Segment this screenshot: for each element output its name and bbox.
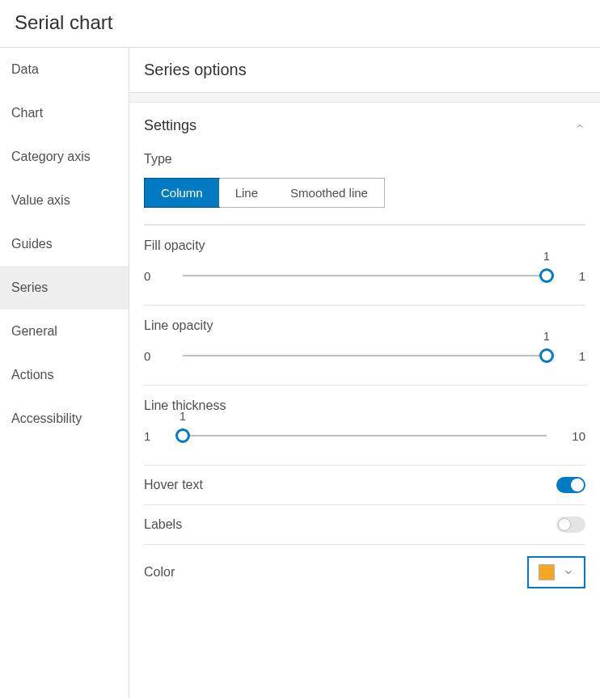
line-opacity-min: 0 bbox=[144, 349, 167, 363]
line-thickness-max: 10 bbox=[563, 429, 585, 443]
fill-opacity-slider[interactable]: 1 bbox=[183, 264, 547, 287]
hover-text-toggle[interactable] bbox=[556, 477, 585, 493]
sidebar-item-series[interactable]: Series bbox=[0, 266, 129, 310]
fill-opacity-group: Fill opacity 0 1 1 bbox=[144, 225, 585, 287]
sidebar-item-accessibility[interactable]: Accessibility bbox=[0, 397, 129, 441]
line-thickness-min: 1 bbox=[144, 429, 167, 443]
labels-row: Labels bbox=[144, 504, 585, 544]
line-opacity-max: 1 bbox=[563, 349, 585, 363]
line-opacity-label: Line opacity bbox=[144, 318, 585, 333]
sidebar-item-label: Chart bbox=[11, 106, 43, 120]
section-divider bbox=[129, 93, 600, 103]
sidebar-item-label: Accessibility bbox=[11, 411, 82, 425]
sidebar-item-label: Guides bbox=[11, 237, 53, 251]
toggle-knob bbox=[571, 479, 584, 491]
labels-toggle[interactable] bbox=[556, 517, 585, 533]
fill-opacity-min: 0 bbox=[144, 269, 167, 283]
settings-sidebar: Data Chart Category axis Value axis Guid… bbox=[0, 47, 129, 698]
fill-opacity-thumb[interactable] bbox=[539, 268, 554, 283]
type-option-line[interactable]: Line bbox=[219, 179, 274, 207]
fill-opacity-value: 1 bbox=[543, 250, 550, 263]
sidebar-item-data[interactable]: Data bbox=[0, 48, 129, 91]
line-opacity-group: Line opacity 0 1 1 bbox=[144, 305, 585, 367]
sidebar-item-general[interactable]: General bbox=[0, 310, 129, 353]
chevron-up-icon bbox=[574, 120, 585, 132]
sidebar-item-actions[interactable]: Actions bbox=[0, 353, 129, 397]
line-thickness-thumb[interactable] bbox=[175, 428, 190, 443]
line-thickness-slider[interactable]: 1 bbox=[183, 424, 547, 447]
sidebar-item-label: Value axis bbox=[11, 193, 70, 207]
sidebar-item-label: Actions bbox=[11, 368, 53, 382]
type-option-column[interactable]: Column bbox=[144, 178, 220, 208]
toggle-knob bbox=[558, 518, 571, 531]
fill-opacity-max: 1 bbox=[563, 269, 585, 283]
content-pane: Series options Settings Type Column Line… bbox=[129, 47, 600, 698]
type-label: Type bbox=[144, 152, 585, 167]
hover-text-row: Hover text bbox=[144, 465, 585, 504]
sidebar-item-category-axis[interactable]: Category axis bbox=[0, 135, 129, 179]
line-opacity-thumb[interactable] bbox=[539, 348, 554, 363]
line-thickness-group: Line thickness 1 1 10 bbox=[144, 385, 585, 447]
hover-text-label: Hover text bbox=[144, 478, 203, 492]
settings-panel: Settings Type Column Line Smoothed line … bbox=[129, 103, 600, 614]
type-option-smoothed-line[interactable]: Smoothed line bbox=[274, 179, 384, 207]
sidebar-item-label: Series bbox=[11, 280, 48, 294]
line-opacity-slider[interactable]: 1 bbox=[183, 344, 547, 367]
line-thickness-label: Line thickness bbox=[144, 398, 585, 413]
sidebar-item-guides[interactable]: Guides bbox=[0, 222, 129, 266]
sidebar-item-chart[interactable]: Chart bbox=[0, 91, 129, 135]
sidebar-item-label: Data bbox=[11, 62, 39, 76]
labels-label: Labels bbox=[144, 517, 182, 532]
type-segmented: Column Line Smoothed line bbox=[144, 178, 385, 208]
color-label: Color bbox=[144, 565, 175, 580]
color-row: Color bbox=[144, 544, 585, 600]
page-title: Serial chart bbox=[0, 0, 600, 47]
section-title-row[interactable]: Settings bbox=[144, 103, 585, 152]
color-picker[interactable] bbox=[527, 556, 585, 588]
sidebar-item-label: Category axis bbox=[11, 150, 91, 163]
section-title: Settings bbox=[144, 117, 196, 134]
chevron-down-icon bbox=[563, 567, 574, 578]
fill-opacity-label: Fill opacity bbox=[144, 238, 585, 253]
sidebar-item-label: General bbox=[11, 324, 57, 338]
line-thickness-value: 1 bbox=[180, 410, 186, 423]
color-swatch bbox=[539, 564, 555, 580]
line-opacity-value: 1 bbox=[543, 330, 550, 343]
content-header: Series options bbox=[129, 48, 600, 93]
sidebar-item-value-axis[interactable]: Value axis bbox=[0, 179, 129, 222]
